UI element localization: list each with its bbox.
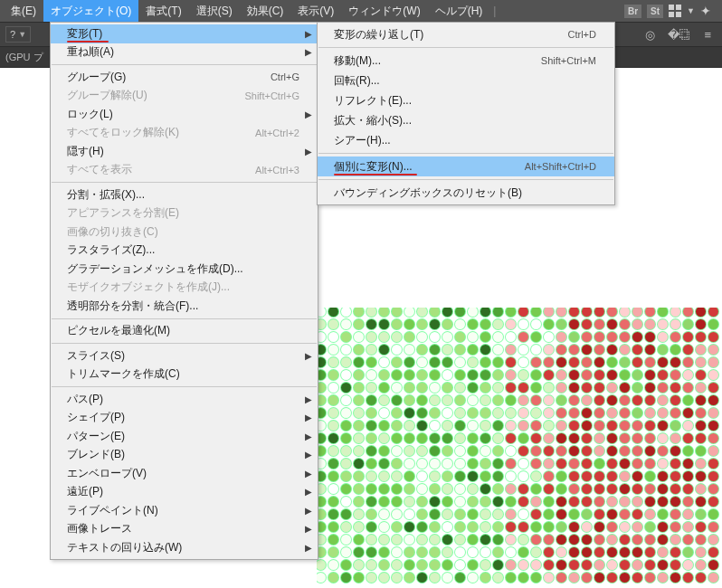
item-label: 画像トレース <box>67 521 299 536</box>
menu-separator <box>52 343 317 344</box>
submenu-arrow-icon: ▶ <box>305 524 312 534</box>
menu-expand-appearance: アピアランスを分割(E) <box>51 204 318 223</box>
menu-window[interactable]: ウィンドウ(W) <box>341 0 427 22</box>
menu-slice[interactable]: スライス(S)▶ <box>51 346 318 365</box>
item-label: ブレンド(B) <box>67 447 299 462</box>
menu-arrange[interactable]: 重ね順(A) ▶ <box>51 43 318 62</box>
menu-separator <box>318 153 613 154</box>
item-label: グループ解除(U) <box>67 88 244 103</box>
menu-group[interactable]: グループ(G) Ctrl+G <box>51 68 318 87</box>
menu-flatten-transparency[interactable]: 透明部分を分割・統合(F)... <box>51 297 318 316</box>
submenu-arrow-icon: ▶ <box>305 487 312 497</box>
submenu-arrow-icon: ▶ <box>305 109 312 119</box>
menu-path[interactable]: パス(P)▶ <box>51 390 318 409</box>
menu-rasterize[interactable]: ラスタライズ(Z)... <box>51 242 318 261</box>
submenu-arrow-icon: ▶ <box>305 413 312 422</box>
item-label: シェイプ(P) <box>67 410 299 425</box>
shortcut-label: Ctrl+G <box>271 71 299 82</box>
item-label: 回転(R)... <box>334 73 596 89</box>
menu-pixel-perfect[interactable]: ピクセルを最適化(M) <box>51 322 318 341</box>
item-label: 画像の切り抜き(C) <box>67 224 299 240</box>
menu-shape[interactable]: シェイプ(P)▶ <box>51 409 318 428</box>
submenu-arrow-icon: ▶ <box>305 29 312 39</box>
item-label: 個別に変形(N)... <box>334 159 525 175</box>
submenu-arrow-icon: ▶ <box>305 543 312 553</box>
menu-separator <box>318 179 613 180</box>
menu-separator <box>52 64 317 65</box>
item-label: 重ね順(A) <box>67 44 299 60</box>
item-label: ラスタライズ(Z)... <box>67 242 299 258</box>
menu-expand[interactable]: 分割・拡張(X)... <box>51 185 318 204</box>
item-label: シアー(H)... <box>334 133 596 148</box>
menu-image-trace[interactable]: 画像トレース▶ <box>51 520 318 539</box>
menu-select[interactable]: 選択(S) <box>189 0 240 22</box>
submenu-arrow-icon: ▶ <box>305 450 312 460</box>
menu-hide[interactable]: 隠す(H) ▶ <box>51 142 318 161</box>
crop-icon[interactable]: �⿻ <box>668 28 691 42</box>
submenu-arrow-icon: ▶ <box>305 469 312 479</box>
menubar-separator: | <box>489 5 499 17</box>
menu-separator <box>52 318 317 319</box>
menu-pattern[interactable]: パターン(E)▶ <box>51 427 318 446</box>
menu-shear[interactable]: シアー(H)... <box>318 130 614 150</box>
menu-view[interactable]: 表示(V) <box>290 0 341 22</box>
menu-live-paint[interactable]: ライブペイント(N)▶ <box>51 501 318 520</box>
menu-blend[interactable]: ブレンド(B)▶ <box>51 446 318 465</box>
menu-reset-bbox[interactable]: バウンディングボックスのリセット(B) <box>318 183 614 203</box>
red-underline <box>67 41 109 43</box>
item-label: リフレクト(E)... <box>334 93 596 109</box>
red-underline <box>334 174 417 175</box>
transform-submenu: 変形の繰り返し(T) Ctrl+D 移動(M)... Shift+Ctrl+M … <box>317 22 615 205</box>
menu-ungroup: グループ解除(U) Shift+Ctrl+G <box>51 87 318 106</box>
badge-bridge[interactable]: Br <box>624 5 641 18</box>
menu-help[interactable]: ヘルプ(H) <box>428 0 490 22</box>
item-label: パターン(E) <box>67 429 299 444</box>
item-label: グラデーションメッシュを作成(D)... <box>67 261 299 277</box>
shortcut-label: Alt+Shift+Ctrl+D <box>525 161 596 172</box>
item-label: ピクセルを最適化(M) <box>67 323 299 338</box>
menu-envelope[interactable]: エンベロープ(V)▶ <box>51 464 318 483</box>
menu-object[interactable]: オブジェクト(O) <box>43 0 138 22</box>
menu-effect[interactable]: 効果(C) <box>240 0 291 22</box>
menu-gradient-mesh[interactable]: グラデーションメッシュを作成(D)... <box>51 260 318 279</box>
menu-edit[interactable]: 集(E) <box>4 0 43 22</box>
chevron-down-icon: ▼ <box>18 30 26 39</box>
menu-reflect[interactable]: リフレクト(E)... <box>318 90 614 110</box>
menu-perspective[interactable]: 遠近(P)▶ <box>51 483 318 502</box>
menu-scale[interactable]: 拡大・縮小(S)... <box>318 110 614 130</box>
submenu-arrow-icon: ▶ <box>305 47 312 57</box>
menu-rotate[interactable]: 回転(R)... <box>318 71 614 90</box>
item-label: 遠近(P) <box>67 484 299 499</box>
item-label: 透明部分を分割・統合(F)... <box>67 299 299 314</box>
submenu-arrow-icon: ▶ <box>305 394 312 404</box>
menu-separator <box>318 47 613 48</box>
item-label: 変形の繰り返し(T) <box>334 27 568 43</box>
menu-text-wrap[interactable]: テキストの回り込み(W)▶ <box>51 538 318 557</box>
workspace-switcher-icon[interactable] <box>669 5 681 17</box>
menu-crop-image: 画像の切り抜き(C) <box>51 223 318 242</box>
menu-show-all: すべてを表示 Alt+Ctrl+3 <box>51 161 318 180</box>
menubar: 集(E) オブジェクト(O) 書式(T) 選択(S) 効果(C) 表示(V) ウ… <box>0 0 722 22</box>
rocket-icon[interactable]: ✦ <box>700 4 711 18</box>
menu-lock[interactable]: ロック(L) ▶ <box>51 105 318 124</box>
menu-separator <box>52 182 317 183</box>
menu-transform[interactable]: 変形(T) ▶ <box>51 24 318 43</box>
badge-stock[interactable]: St <box>647 5 663 18</box>
equals-icon[interactable]: ≡ <box>704 28 711 42</box>
item-label: ロック(L) <box>67 107 299 122</box>
item-label: 拡大・縮小(S)... <box>334 113 596 128</box>
target-icon[interactable]: ◎ <box>645 28 655 42</box>
menu-transform-each[interactable]: 個別に変形(N)... Alt+Shift+Ctrl+D <box>318 156 614 176</box>
menu-transform-again[interactable]: 変形の繰り返し(T) Ctrl+D <box>318 24 614 44</box>
artboard-canvas[interactable] <box>317 308 722 588</box>
item-label: 分割・拡張(X)... <box>67 187 299 203</box>
question-icon: ? <box>10 29 15 40</box>
unknown-dropdown[interactable]: ? ▼ <box>5 26 31 43</box>
menu-trim-marks[interactable]: トリムマークを作成(C) <box>51 365 318 384</box>
object-menu-dropdown: 変形(T) ▶ 重ね順(A) ▶ グループ(G) Ctrl+G グループ解除(U… <box>50 22 318 560</box>
item-label: 移動(M)... <box>334 53 541 69</box>
menu-type[interactable]: 書式(T) <box>138 0 188 22</box>
item-label: バウンディングボックスのリセット(B) <box>334 185 596 201</box>
document-tab-label[interactable]: (GPU プ <box>5 51 43 64</box>
menu-move[interactable]: 移動(M)... Shift+Ctrl+M <box>318 51 614 71</box>
